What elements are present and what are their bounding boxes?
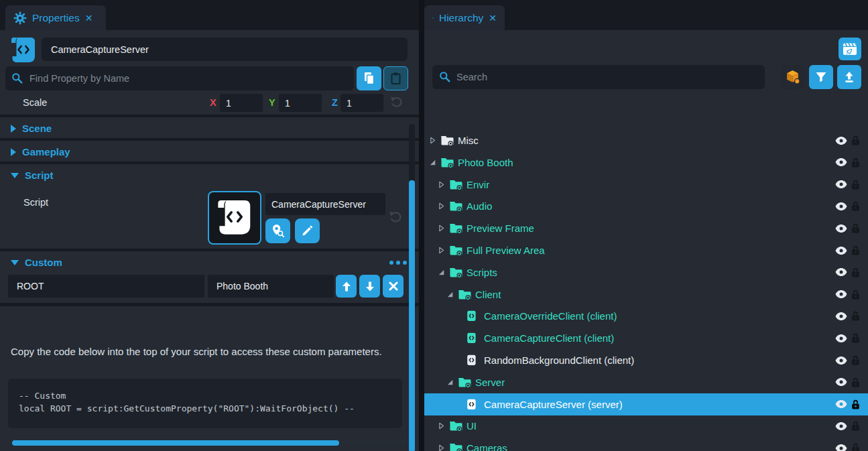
expand-arrow-icon[interactable] bbox=[438, 181, 449, 188]
eye-visibility-icon[interactable] bbox=[835, 290, 847, 298]
eye-visibility-icon[interactable] bbox=[835, 357, 847, 365]
section-custom-label: Custom bbox=[25, 257, 62, 268]
expand-arrow-icon[interactable] bbox=[438, 202, 449, 210]
section-gameplay[interactable]: Gameplay bbox=[0, 141, 414, 162]
tree-row-audio[interactable]: Audio bbox=[424, 195, 868, 217]
expand-arrow-icon[interactable] bbox=[438, 444, 449, 451]
tree-row-cameras[interactable]: Cameras bbox=[424, 437, 868, 451]
scale-label: Scale bbox=[23, 97, 47, 108]
tab-properties-close-icon[interactable]: ✕ bbox=[85, 13, 93, 23]
lock-icon[interactable] bbox=[851, 311, 860, 321]
expand-arrow-icon[interactable] bbox=[429, 159, 440, 166]
tree-row-photo-booth[interactable]: Photo Booth bbox=[424, 151, 868, 174]
eye-visibility-icon[interactable] bbox=[835, 378, 847, 386]
custom-property-value-input[interactable]: Photo Booth bbox=[208, 275, 334, 298]
eye-visibility-icon[interactable] bbox=[835, 158, 847, 166]
expand-arrow-icon[interactable] bbox=[429, 137, 440, 144]
scale-x-input[interactable]: 1 bbox=[220, 94, 263, 112]
expanded-arrow-icon bbox=[11, 173, 19, 178]
lock-icon[interactable] bbox=[851, 289, 860, 300]
lock-icon[interactable] bbox=[851, 443, 860, 451]
delete-property-button[interactable] bbox=[383, 275, 404, 298]
eye-visibility-icon[interactable] bbox=[835, 268, 847, 276]
eye-visibility-icon[interactable] bbox=[835, 334, 847, 342]
tree-row-cameracaptureclient-client[interactable]: CameraCaptureClient (client) bbox=[424, 327, 868, 349]
expanded-arrow-icon bbox=[11, 260, 19, 265]
tree-row-full-preview-area[interactable]: Full Preview Area bbox=[424, 239, 868, 261]
section-scene[interactable]: Scene bbox=[0, 118, 414, 139]
eye-visibility-icon[interactable] bbox=[835, 247, 847, 255]
hierarchy-search-input[interactable] bbox=[432, 65, 765, 89]
tree-item-label: Client bbox=[475, 289, 501, 300]
move-up-button[interactable] bbox=[336, 275, 357, 298]
tree-row-ui[interactable]: UI bbox=[424, 415, 868, 437]
horizontal-scrollbar[interactable] bbox=[8, 440, 411, 446]
reset-script-icon[interactable] bbox=[388, 210, 403, 227]
code-snippet[interactable]: -- Custom local ROOT = script:GetCustomP… bbox=[8, 379, 402, 428]
tab-hierarchy-close-icon[interactable]: ✕ bbox=[489, 13, 497, 23]
tab-properties[interactable]: Properties ✕ bbox=[5, 5, 106, 30]
vertical-scrollbar[interactable] bbox=[409, 124, 415, 451]
lock-icon[interactable] bbox=[851, 377, 860, 387]
expand-arrow-icon[interactable] bbox=[438, 247, 449, 254]
scale-y-input[interactable]: 1 bbox=[279, 94, 322, 112]
lock-icon[interactable] bbox=[851, 421, 860, 431]
object-type-filter-button[interactable] bbox=[781, 65, 805, 89]
lock-icon[interactable] bbox=[851, 267, 860, 277]
section-script[interactable]: Script bbox=[0, 165, 414, 186]
script-thumbnail[interactable] bbox=[208, 191, 261, 245]
tree-row-server[interactable]: Server bbox=[424, 371, 868, 393]
section-scene-label: Scene bbox=[22, 123, 52, 134]
eye-visibility-icon[interactable] bbox=[835, 180, 847, 188]
section-custom[interactable]: Custom bbox=[0, 252, 414, 273]
lock-icon[interactable] bbox=[851, 223, 860, 233]
eye-visibility-icon[interactable] bbox=[835, 224, 847, 233]
lock-icon[interactable] bbox=[851, 399, 860, 409]
lock-icon[interactable] bbox=[851, 180, 860, 190]
eye-visibility-icon[interactable] bbox=[835, 312, 847, 320]
tree-row-scripts[interactable]: Scripts bbox=[424, 261, 868, 283]
folder-icon bbox=[449, 245, 465, 256]
expand-arrow-icon[interactable] bbox=[446, 291, 458, 298]
eye-visibility-icon[interactable] bbox=[835, 137, 847, 145]
filter-button[interactable] bbox=[809, 65, 833, 89]
tree-row-cameracaptureserver-server[interactable]: CameraCaptureServer (server) bbox=[424, 393, 868, 415]
reset-scale-icon[interactable] bbox=[389, 95, 404, 111]
expand-arrow-icon[interactable] bbox=[446, 379, 458, 386]
expand-arrow-icon[interactable] bbox=[438, 422, 449, 430]
expand-arrow-icon[interactable] bbox=[438, 269, 449, 276]
eye-visibility-icon[interactable] bbox=[835, 422, 847, 430]
lock-icon[interactable] bbox=[851, 245, 860, 255]
scale-z-input[interactable]: 1 bbox=[340, 94, 383, 112]
eye-visibility-icon[interactable] bbox=[835, 444, 847, 451]
lock-icon[interactable] bbox=[851, 333, 860, 343]
find-script-button[interactable] bbox=[265, 218, 290, 243]
tree-row-cameraoverrideclient-client[interactable]: CameraOverrideClient (client) bbox=[424, 305, 868, 327]
lock-icon[interactable] bbox=[851, 201, 860, 211]
property-search-input[interactable] bbox=[5, 66, 354, 90]
copy-properties-button[interactable] bbox=[357, 66, 381, 90]
eye-visibility-icon[interactable] bbox=[835, 202, 847, 210]
tree-row-randombackgroundclient-client[interactable]: RandomBackgroundClient (client) bbox=[424, 349, 868, 371]
collapse-all-button[interactable] bbox=[837, 65, 861, 89]
object-name-input[interactable] bbox=[42, 38, 408, 61]
lock-icon[interactable] bbox=[851, 135, 860, 145]
custom-menu-button[interactable] bbox=[389, 261, 407, 265]
tab-hierarchy[interactable]: Hierarchy ✕ bbox=[424, 5, 505, 30]
paste-properties-button[interactable] bbox=[383, 66, 408, 90]
lock-icon[interactable] bbox=[851, 157, 860, 168]
vertical-scrollbar-thumb[interactable] bbox=[409, 180, 415, 451]
horizontal-scrollbar-thumb[interactable] bbox=[12, 440, 339, 446]
edit-script-button[interactable] bbox=[295, 218, 320, 243]
lock-icon[interactable] bbox=[851, 355, 860, 365]
eye-visibility-icon[interactable] bbox=[835, 400, 847, 408]
tree-row-envir[interactable]: Envir bbox=[424, 174, 868, 196]
move-down-button[interactable] bbox=[359, 275, 380, 298]
scene-preview-button[interactable] bbox=[839, 38, 861, 60]
expand-arrow-icon[interactable] bbox=[438, 224, 449, 232]
tree-row-misc[interactable]: Misc bbox=[424, 129, 868, 151]
tree-row-preview-frame[interactable]: Preview Frame bbox=[424, 217, 868, 239]
custom-property-name-input[interactable]: ROOT bbox=[8, 275, 204, 298]
hierarchy-tree: Misc Photo Booth Envir Audio bbox=[424, 129, 868, 451]
tree-row-client[interactable]: Client bbox=[424, 283, 868, 306]
